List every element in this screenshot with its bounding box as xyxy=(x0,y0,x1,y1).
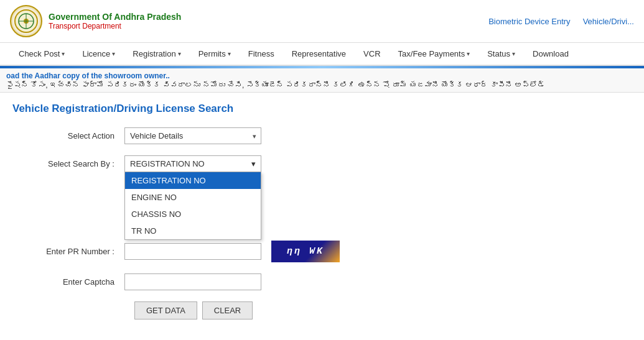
nav-registration-label: Registration xyxy=(133,49,175,58)
captcha-label: Enter Captcha xyxy=(25,277,124,287)
captcha-row: Enter Captcha xyxy=(25,273,619,290)
nav-check-post-label: Check Post xyxy=(19,49,60,58)
nav-download[interactable]: Download xyxy=(524,43,577,65)
nav-vcr-label: VCR xyxy=(363,49,380,58)
nav-permits-label: Permits xyxy=(198,49,226,58)
dropdown-option-tr[interactable]: TR NO xyxy=(125,223,261,239)
header-left: Government Of Andhra Pradesh Transport D… xyxy=(10,5,181,37)
nav-representative[interactable]: Representative xyxy=(283,43,355,65)
ticker-line2: ఫైషన్ కోసం, ఇచ్చిన ఫారా్మో పరికరం యొక్క … xyxy=(6,81,545,90)
search-form: Select Action Vehicle Details Driving Li… xyxy=(12,127,632,319)
nav-check-post[interactable]: Check Post ▾ xyxy=(10,43,73,65)
select-search-menu: REGISTRATION NO ENGINE NO CHASSIS NO TR … xyxy=(124,172,261,240)
biometric-device-link[interactable]: Biometric Device Entry xyxy=(488,17,570,26)
main-content: Vehicle Registration/Driving License Sea… xyxy=(0,93,644,329)
nav-licence[interactable]: Licence ▾ xyxy=(73,43,124,65)
chevron-down-icon: ▾ xyxy=(512,50,515,57)
clear-button[interactable]: CLEAR xyxy=(202,301,253,319)
dropdown-option-engine[interactable]: ENGINE NO xyxy=(125,189,261,206)
logo-icon xyxy=(10,5,42,37)
nav-permits[interactable]: Permits ▾ xyxy=(190,43,240,65)
pr-number-area: ηη WK xyxy=(124,241,340,262)
dropdown-option-chassis[interactable]: CHASSIS NO xyxy=(125,206,261,223)
select-search-label: Select Search By : xyxy=(25,159,124,168)
select-search-trigger[interactable]: REGISTRATION NO ▾ xyxy=(124,155,261,172)
select-search-row: Select Search By : REGISTRATION NO ▾ REG… xyxy=(25,155,619,172)
chevron-down-icon: ▾ xyxy=(228,50,231,57)
button-row: GET DATA CLEAR xyxy=(25,301,619,319)
nav-fitness[interactable]: Fitness xyxy=(240,43,283,65)
chevron-down-icon: ▾ xyxy=(178,50,181,57)
chevron-down-icon: ▾ xyxy=(251,159,256,168)
nav-licence-label: Licence xyxy=(82,49,110,58)
header-right: Biometric Device Entry Vehicle/Drivi... xyxy=(488,17,634,26)
nav-status-label: Status xyxy=(487,49,510,58)
select-action-dropdown[interactable]: Vehicle Details Driving License Details xyxy=(124,127,261,144)
nav-vcr[interactable]: VCR xyxy=(355,43,389,65)
ticker-bar: oad the Aadhar copy of the showroom owne… xyxy=(0,68,644,93)
dropdown-option-registration[interactable]: REGISTRATION NO xyxy=(125,172,261,189)
select-action-row: Select Action Vehicle Details Driving Li… xyxy=(25,127,619,144)
org-sub: Transport Department xyxy=(49,22,181,30)
chevron-down-icon: ▾ xyxy=(62,50,65,57)
navbar: Check Post ▾ Licence ▾ Registration ▾ Pe… xyxy=(0,43,644,66)
page-title: Vehicle Registration/Driving License Sea… xyxy=(12,103,632,115)
nav-tax-fee[interactable]: Tax/Fee Payments ▾ xyxy=(390,43,479,65)
get-data-button[interactable]: GET DATA xyxy=(134,301,197,319)
pr-number-row: Enter PR Number : ηη WK xyxy=(25,241,619,262)
chevron-down-icon: ▾ xyxy=(467,50,470,57)
chevron-down-icon: ▾ xyxy=(112,50,115,57)
org-name: Government Of Andhra Pradesh xyxy=(49,12,181,22)
pr-number-input[interactable] xyxy=(124,243,261,260)
captcha-input[interactable] xyxy=(124,273,261,290)
org-title: Government Of Andhra Pradesh Transport D… xyxy=(49,12,181,30)
ticker-line1: oad the Aadhar copy of the showroom owne… xyxy=(6,71,170,80)
select-search-container: REGISTRATION NO ▾ REGISTRATION NO ENGINE… xyxy=(124,155,261,172)
nav-tax-fee-label: Tax/Fee Payments xyxy=(398,49,465,58)
nav-download-label: Download xyxy=(533,49,569,58)
nav-representative-label: Representative xyxy=(292,49,346,58)
vehicle-driving-link[interactable]: Vehicle/Drivi... xyxy=(583,17,634,26)
pr-number-label: Enter PR Number : xyxy=(25,247,124,256)
select-action-wrapper: Vehicle Details Driving License Details … xyxy=(124,127,261,144)
nav-fitness-label: Fitness xyxy=(248,49,274,58)
select-search-value: REGISTRATION NO xyxy=(130,159,205,168)
header: Government Of Andhra Pradesh Transport D… xyxy=(0,0,644,43)
nav-registration[interactable]: Registration ▾ xyxy=(124,43,189,65)
captcha-image: ηη WK xyxy=(271,241,340,262)
select-action-label: Select Action xyxy=(25,131,124,140)
nav-status[interactable]: Status ▾ xyxy=(478,43,524,65)
